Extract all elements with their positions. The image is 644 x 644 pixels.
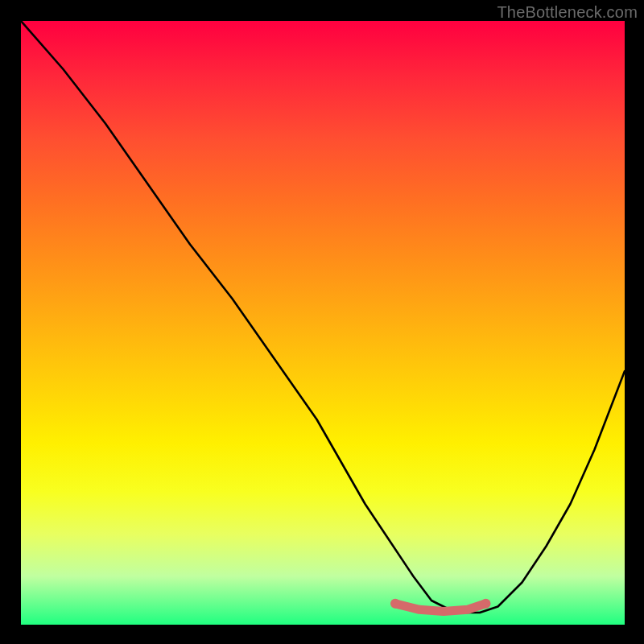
plot-area (21, 21, 625, 625)
chart-svg (21, 21, 625, 625)
highlight-band (395, 604, 486, 612)
highlight-dot-right (481, 599, 491, 609)
bottleneck-curve (21, 21, 625, 613)
chart-container: TheBottleneck.com (0, 0, 644, 644)
watermark-text: TheBottleneck.com (497, 3, 638, 22)
highlight-dot-left (390, 599, 400, 609)
